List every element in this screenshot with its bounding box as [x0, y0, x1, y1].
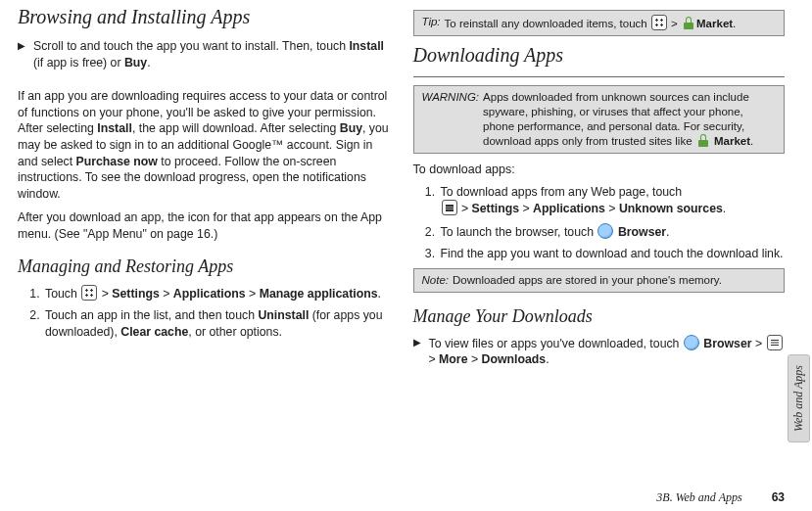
left-column: Browsing and Installing Apps ▶ Scroll to… — [18, 6, 390, 386]
steps-managing: Touch > Settings > Applications > Manage… — [18, 285, 390, 341]
step-3-find-app: Find the app you want to download and to… — [439, 246, 786, 262]
heading-managing-restoring: Managing and Restoring Apps — [18, 256, 390, 277]
menu-key-icon — [767, 335, 783, 350]
menu-key-icon — [442, 200, 457, 215]
subhead-to-download: To download apps: — [413, 162, 786, 178]
step-1-manage: Touch > Settings > Applications > Manage… — [43, 285, 390, 302]
launcher-icon — [81, 285, 97, 301]
step-2-uninstall: Touch an app in the list, and then touch… — [43, 307, 390, 340]
bullet-scroll-install: ▶ Scroll to and touch the app you want t… — [18, 38, 390, 78]
step-1-unknown-sources: To download apps from any Web page, touc… — [439, 184, 786, 217]
globe-icon — [684, 335, 699, 350]
heading-downloading-apps: Downloading Apps — [413, 44, 786, 67]
tip-box: Tip: To reinstall any downloaded items, … — [413, 10, 786, 36]
paragraph-permission: If an app you are downloading requires a… — [18, 88, 390, 202]
footer-section: 3B. Web and Apps — [656, 490, 741, 505]
market-icon — [682, 17, 695, 30]
tip-label: Tip: — [422, 15, 441, 31]
side-tab-web-and-apps: Web and Apps — [788, 354, 810, 442]
warning-box: WARNING: Apps downloaded from unknown so… — [413, 85, 786, 154]
rule-under-heading — [413, 76, 786, 77]
bullet-text: Scroll to and touch the app you want to … — [33, 38, 390, 70]
note-label: Note: — [422, 273, 450, 288]
launcher-icon — [651, 15, 667, 30]
heading-browsing-installing: Browsing and Installing Apps — [18, 6, 390, 28]
step-2-launch-browser: To launch the browser, touch Browser. — [439, 223, 786, 241]
right-column: Tip: To reinstall any downloaded items, … — [413, 6, 786, 386]
market-icon — [696, 134, 710, 148]
warning-label: WARNING: — [422, 90, 480, 149]
bullet-view-downloads: ▶ To view files or apps you've downloade… — [413, 335, 786, 376]
page-columns: Browsing and Installing Apps ▶ Scroll to… — [0, 0, 812, 386]
heading-manage-downloads: Manage Your Downloads — [413, 306, 786, 327]
tip-body: To reinstall any downloaded items, touch… — [445, 15, 776, 31]
bullet-text: To view files or apps you've downloaded,… — [429, 335, 786, 368]
globe-icon — [597, 223, 613, 239]
note-box: Note: Downloaded apps are stored in your… — [413, 268, 786, 293]
note-body: Downloaded apps are stored in your phone… — [453, 273, 776, 288]
bullet-triangle-icon: ▶ — [18, 38, 25, 78]
page-footer: 3B. Web and Apps 63 — [656, 490, 785, 505]
warning-body: Apps downloaded from unknown sources can… — [483, 90, 776, 149]
footer-page-number: 63 — [772, 490, 785, 504]
paragraph-after-download: After you download an app, the icon for … — [18, 209, 390, 242]
steps-download: To download apps from any Web page, touc… — [413, 184, 786, 262]
bullet-triangle-icon: ▶ — [413, 335, 421, 376]
